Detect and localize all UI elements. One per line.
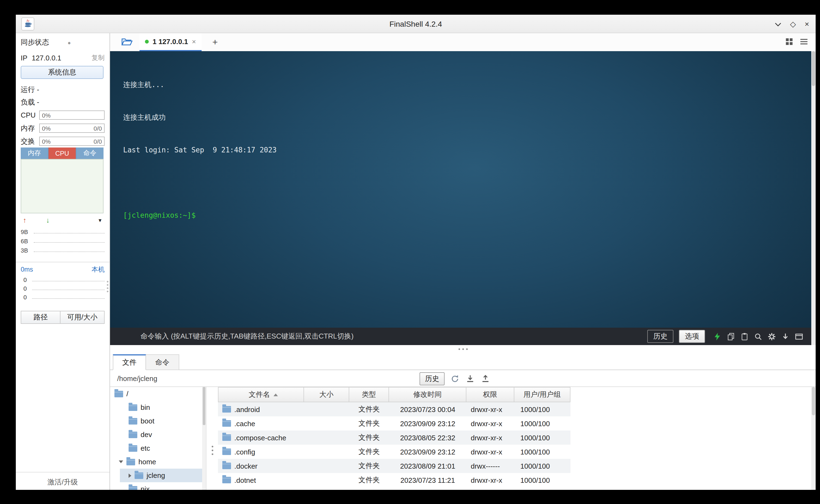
- monitor-tabs: 内存 CPU 命令: [21, 147, 103, 159]
- ip-label: IP: [21, 54, 27, 62]
- table-row[interactable]: .compose-cache 文件夹 2023/08/05 22:32 drwx…: [218, 431, 570, 445]
- refresh-icon[interactable]: [450, 374, 460, 383]
- column-header-permissions[interactable]: 权限: [466, 387, 514, 402]
- maximize-icon[interactable]: ◇: [790, 20, 796, 28]
- session-tab[interactable]: 1 127.0.0.1 ×: [139, 33, 201, 51]
- monitor-tab-command[interactable]: 命令: [76, 147, 103, 159]
- monitor-tab-cpu[interactable]: CPU: [48, 147, 76, 159]
- folder-icon: [222, 406, 231, 413]
- ping-target-link[interactable]: 本机: [91, 265, 105, 274]
- folder-icon: [128, 404, 137, 411]
- tree-item-etc[interactable]: etc: [110, 441, 206, 455]
- paste-icon[interactable]: [740, 332, 749, 341]
- table-row[interactable]: .cache 文件夹 2023/09/09 23:12 drwxr-xr-x 1…: [218, 416, 570, 431]
- tree-item-dev[interactable]: dev: [110, 428, 206, 441]
- tab-commands[interactable]: 命令: [146, 354, 179, 370]
- copy-icon[interactable]: [726, 332, 736, 341]
- system-info-button[interactable]: 系统信息: [21, 66, 103, 79]
- sort-ascending-icon: [273, 393, 278, 396]
- ping-value: 0ms: [21, 266, 33, 273]
- folder-icon: [222, 448, 231, 455]
- path-column-header[interactable]: 路径: [21, 311, 60, 324]
- download-icon[interactable]: [465, 374, 475, 383]
- column-header-mtime[interactable]: 修改时间: [389, 387, 466, 402]
- activate-upgrade-link[interactable]: 激活/升级: [16, 477, 109, 487]
- copy-ip-link[interactable]: 复制: [91, 53, 105, 62]
- tab-files[interactable]: 文件: [113, 354, 146, 370]
- quick-command-bolt-icon[interactable]: [713, 332, 722, 341]
- tree-item-jcleng[interactable]: jcleng: [120, 469, 206, 482]
- folder-icon: [128, 431, 137, 438]
- command-options-button[interactable]: 选项: [679, 330, 705, 343]
- terminal-region: 连接主机... 连接主机成功 Last login: Sat Sep 9 21:…: [110, 51, 816, 345]
- tree-item-root[interactable]: /: [110, 387, 206, 401]
- command-history-button[interactable]: 历史: [647, 330, 674, 343]
- memory-meter-label: 内存: [21, 123, 39, 133]
- swap-meter-bar: 0% 0/0: [39, 137, 105, 146]
- avail-size-column-header[interactable]: 可用/大小: [60, 311, 105, 324]
- tree-table-splitter-handle[interactable]: [206, 387, 218, 490]
- minimize-icon[interactable]: [775, 20, 781, 28]
- menu-icon[interactable]: [800, 38, 808, 47]
- tab-close-icon[interactable]: ×: [192, 38, 196, 46]
- cpu-meter-label: CPU: [21, 111, 39, 119]
- tree-item-home[interactable]: home: [110, 455, 206, 469]
- command-input-bar[interactable]: 命令输入 (按ALT键提示历史,TAB键路径,ESC键返回,双击CTRL切换) …: [110, 328, 811, 345]
- file-area-scrollbar[interactable]: [811, 387, 816, 490]
- column-header-filename[interactable]: 文件名: [218, 387, 304, 402]
- new-tab-button[interactable]: +: [209, 37, 221, 48]
- load-status-label: 负载 -: [21, 97, 39, 107]
- chevron-down-icon[interactable]: [119, 460, 123, 463]
- folder-icon: [128, 445, 137, 451]
- cpu-percent: 0%: [42, 112, 51, 118]
- bottom-panel-tabs: 文件 命令: [110, 354, 816, 370]
- terminal-line: Last login: Sat Sep 9 21:48:17 2023: [123, 145, 811, 156]
- file-path-bar: /home/jcleng 历史: [110, 370, 816, 387]
- file-browser: / bin boot dev: [110, 387, 816, 490]
- settings-gear-icon[interactable]: [767, 332, 776, 341]
- table-row[interactable]: .docker 文件夹 2023/08/09 21:01 drwx------ …: [218, 459, 570, 473]
- swap-percent: 0%: [42, 138, 51, 145]
- desktop: FinalShell 4.2.4 ◇ × 同步状态 ● IP 127.0.0.1: [0, 0, 820, 504]
- connection-manager-button[interactable]: [119, 36, 135, 49]
- download-arrow-icon: ↓: [46, 216, 50, 224]
- monitor-tab-memory[interactable]: 内存: [21, 147, 48, 159]
- ping-row-value: 0: [23, 286, 32, 292]
- terminal-line: 连接主机...: [123, 79, 811, 90]
- tree-item-bin[interactable]: bin: [110, 401, 206, 414]
- panel-splitter-handle[interactable]: [110, 345, 816, 354]
- scroll-down-icon[interactable]: [781, 332, 790, 341]
- table-row[interactable]: .android 文件夹 2023/07/23 00:04 drwxr-xr-x…: [218, 402, 570, 416]
- layout-grid-icon[interactable]: [785, 37, 793, 47]
- folder-icon: [222, 434, 231, 441]
- search-icon[interactable]: [754, 332, 763, 341]
- table-row[interactable]: .config 文件夹 2023/09/09 23:12 drwxr-xr-x …: [218, 445, 570, 459]
- tree-item-nix[interactable]: nix: [110, 482, 206, 490]
- sidebar-splitter-handle[interactable]: [107, 281, 109, 292]
- column-header-size[interactable]: 大小: [304, 387, 349, 402]
- upload-icon[interactable]: [481, 374, 490, 383]
- path-history-button[interactable]: 历史: [420, 372, 445, 385]
- terminal-screen[interactable]: 连接主机... 连接主机成功 Last login: Sat Sep 9 21:…: [110, 51, 811, 328]
- net-scale-label: 6B: [21, 238, 34, 244]
- run-status-label: 运行 -: [21, 85, 39, 95]
- connection-status-icon: [145, 40, 149, 44]
- table-row[interactable]: .dotnet 文件夹 2023/07/23 11:21 drwxr-xr-x …: [218, 473, 570, 487]
- net-scale-label: 3B: [21, 248, 34, 254]
- memory-ratio: 0/0: [93, 125, 102, 131]
- memory-percent: 0%: [42, 125, 51, 131]
- column-header-owner[interactable]: 用户/用户组: [514, 387, 570, 402]
- close-icon[interactable]: ×: [805, 20, 809, 28]
- sync-status-dot-icon: ●: [68, 39, 71, 45]
- ping-row-value: 0: [23, 294, 32, 300]
- current-path[interactable]: /home/jcleng: [117, 374, 157, 382]
- tree-item-boot[interactable]: boot: [110, 414, 206, 428]
- chevron-right-icon[interactable]: [128, 473, 131, 478]
- cpu-meter-bar: 0%: [39, 110, 105, 120]
- terminal-scrollbar[interactable]: [811, 51, 816, 345]
- net-dropdown-icon[interactable]: ▼: [97, 217, 102, 223]
- tree-scrollbar[interactable]: [202, 387, 206, 490]
- app-window: FinalShell 4.2.4 ◇ × 同步状态 ● IP 127.0.0.1: [16, 15, 816, 490]
- window-mode-icon[interactable]: [794, 332, 804, 341]
- column-header-type[interactable]: 类型: [349, 387, 389, 402]
